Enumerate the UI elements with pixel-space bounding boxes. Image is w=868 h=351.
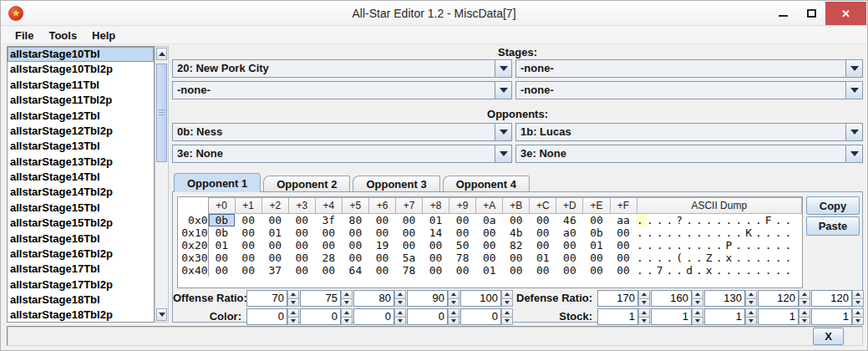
list-item[interactable]: allstarStage17Tbl	[8, 262, 154, 277]
spinner-down-button[interactable]	[394, 318, 406, 326]
spinner-up-button[interactable]	[287, 290, 299, 299]
tab-opponent-1[interactable]: Opponent 1	[174, 173, 261, 192]
list-item[interactable]: allstarStage14Tbl2p	[8, 185, 154, 200]
hex-cell[interactable]: 3f	[315, 214, 342, 227]
hex-cell[interactable]: 00	[449, 214, 476, 227]
hex-cell[interactable]: 00	[583, 252, 610, 264]
hex-cell[interactable]: 00	[423, 252, 449, 264]
close-button[interactable]: ✕	[825, 2, 866, 25]
hex-cell[interactable]: 00	[556, 239, 583, 252]
tab-opponent-2[interactable]: Opponent 2	[263, 176, 350, 192]
spinner-up-button[interactable]	[501, 290, 513, 299]
spinner-down-button[interactable]	[341, 299, 353, 308]
hex-cell[interactable]: aa	[610, 214, 637, 227]
chevron-down-icon[interactable]	[845, 82, 862, 99]
opponent-select-4[interactable]: 3e: None	[515, 145, 863, 163]
list-item[interactable]: allstarStage16Tbl	[8, 231, 154, 247]
spinner-down-button[interactable]	[692, 299, 703, 308]
spinner-up-button[interactable]	[394, 290, 406, 299]
list-scrollbar[interactable]	[155, 46, 169, 323]
stage-select-1[interactable]: 20: New Pork City	[172, 59, 512, 78]
spinner-value-field[interactable]: 120	[811, 290, 852, 307]
chevron-down-icon[interactable]	[495, 60, 511, 77]
hex-cell[interactable]: 00	[315, 239, 342, 252]
spinner-down-button[interactable]	[799, 299, 810, 308]
hex-cell[interactable]: 78	[396, 264, 423, 277]
hex-cell[interactable]: 00	[583, 264, 610, 277]
spinner-value-field[interactable]: 0	[407, 308, 448, 325]
list-item[interactable]: allstarStage11Tbl2p	[8, 93, 154, 108]
hex-cell[interactable]: 00	[235, 252, 261, 264]
hex-cell[interactable]: 00	[476, 252, 503, 264]
spinner-up-button[interactable]	[692, 290, 703, 299]
hex-cell[interactable]: 00	[288, 226, 315, 239]
spinner-value-field[interactable]: 0	[460, 308, 501, 325]
spinner-value-field[interactable]: 1	[704, 308, 745, 325]
list-item[interactable]: allstarStage18Tbl	[8, 292, 154, 308]
hex-cell[interactable]: 01	[476, 264, 503, 277]
hex-cell[interactable]: 50	[449, 239, 476, 252]
hex-cell[interactable]: 00	[449, 264, 476, 277]
menu-item[interactable]: File	[8, 28, 41, 43]
spinner-down-button[interactable]	[394, 299, 406, 308]
spinner-value-field[interactable]: 1	[811, 308, 852, 325]
hex-cell[interactable]: 5a	[396, 252, 423, 264]
hex-cell[interactable]: 00	[261, 214, 288, 227]
spinner-up-button[interactable]	[394, 308, 406, 318]
list-item[interactable]: allstarStage12Tbl2p	[8, 124, 154, 139]
hex-cell[interactable]: 00	[530, 214, 556, 227]
hex-cell[interactable]: 0b	[583, 226, 610, 239]
hex-cell[interactable]: 64	[342, 264, 368, 277]
hex-cell[interactable]: 00	[503, 214, 530, 227]
copy-button[interactable]: Copy	[806, 196, 860, 215]
hex-cell[interactable]: 00	[530, 226, 556, 239]
hex-cell[interactable]: 00	[315, 264, 342, 277]
spinner-down-button[interactable]	[852, 299, 864, 308]
hex-cell[interactable]: 00	[368, 226, 395, 239]
hex-cell[interactable]: 00	[342, 252, 368, 264]
list-item[interactable]: allstarStage10Tbl2p	[8, 62, 154, 77]
spinner-value-field[interactable]: 0	[246, 308, 287, 325]
chevron-down-icon[interactable]	[845, 145, 862, 162]
minimize-button[interactable]	[769, 2, 797, 25]
list-item[interactable]: allstarStage12Tbl	[8, 109, 154, 124]
hex-cell[interactable]: 37	[261, 264, 288, 277]
spinner-down-button[interactable]	[448, 299, 459, 308]
hex-cell[interactable]: 00	[530, 264, 556, 277]
hex-cell[interactable]: 00	[235, 226, 261, 239]
hex-cell[interactable]: 00	[503, 264, 530, 277]
spinner-value-field[interactable]: 1	[651, 308, 692, 325]
spinner-value-field[interactable]: 70	[246, 290, 287, 307]
hex-cell[interactable]: 00	[288, 252, 315, 264]
list-item[interactable]: allstarStage13Tbl	[8, 139, 154, 154]
hex-cell[interactable]: 00	[476, 226, 503, 239]
hex-cell[interactable]: 01	[261, 226, 288, 239]
spinner-down-button[interactable]	[638, 318, 650, 326]
list-item[interactable]: allstarStage14Tbl	[8, 170, 154, 185]
hex-cell[interactable]: 01	[583, 239, 610, 252]
paste-button[interactable]: Paste	[806, 216, 860, 236]
chevron-down-icon[interactable]	[845, 60, 862, 77]
status-x-button[interactable]: X	[813, 328, 844, 345]
spinner-down-button[interactable]	[799, 318, 810, 326]
hex-cell[interactable]: 00	[396, 226, 423, 239]
spinner-up-button[interactable]	[448, 290, 459, 299]
hex-cell[interactable]: 00	[342, 239, 368, 252]
hex-cell[interactable]: 28	[315, 252, 342, 264]
spinner-value-field[interactable]: 130	[704, 290, 745, 307]
spinner-down-button[interactable]	[638, 299, 650, 308]
hex-cell[interactable]: 00	[610, 239, 637, 252]
spinner-up-button[interactable]	[341, 308, 353, 318]
menu-item[interactable]: Tools	[41, 28, 84, 43]
hex-cell[interactable]: 00	[530, 239, 556, 252]
hex-cell[interactable]: 0b	[208, 214, 235, 227]
hex-cell[interactable]: 00	[288, 264, 315, 277]
spinner-down-button[interactable]	[745, 299, 757, 308]
spinner-up-button[interactable]	[638, 290, 650, 299]
chevron-down-icon[interactable]	[495, 124, 511, 140]
spinner-down-button[interactable]	[501, 299, 513, 308]
hex-cell[interactable]: 01	[423, 214, 449, 227]
hex-cell[interactable]: 00	[315, 226, 342, 239]
spinner-value-field[interactable]: 100	[460, 290, 501, 307]
hex-cell[interactable]: 00	[235, 264, 261, 277]
